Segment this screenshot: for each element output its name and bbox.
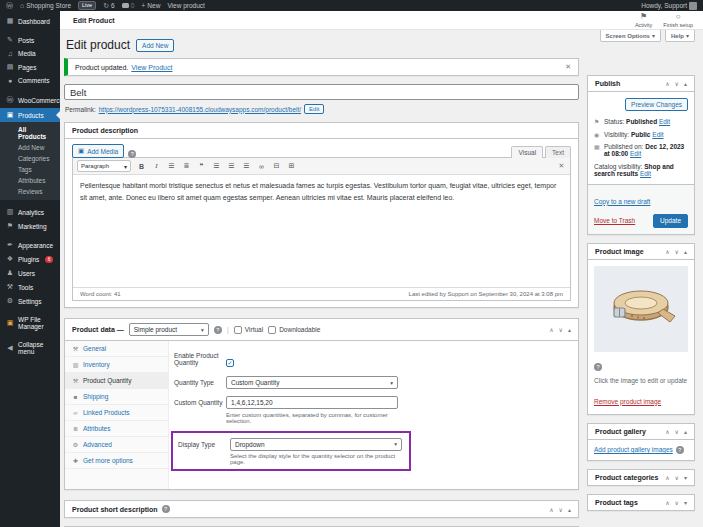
toggle-icon[interactable]: ▴ (568, 326, 571, 333)
activity-button[interactable]: ⚑ Activity (635, 12, 652, 28)
tab-shipping[interactable]: ■ Shipping (65, 389, 168, 405)
quantity-type-select[interactable]: Custom Quantity ▾ (226, 376, 398, 389)
product-image[interactable] (594, 266, 688, 352)
blockquote-icon[interactable]: ❝ (197, 162, 206, 170)
edit-catalog-link[interactable]: Edit (640, 170, 651, 177)
live-badge[interactable]: Live (78, 1, 96, 10)
submenu-all-products[interactable]: All Products (0, 124, 60, 142)
short-description-header[interactable]: Product short description ? ∧ ∨ ▴ (65, 501, 578, 517)
wordpress-logo-icon[interactable]: Ⓦ (6, 1, 13, 11)
tab-get-more-options[interactable]: ✚ Get more options (65, 453, 168, 469)
sidebar-item-products[interactable]: ▣ Products (0, 108, 60, 122)
dismiss-notice-icon[interactable]: ✕ (565, 63, 571, 71)
order-down-icon[interactable]: ∨ (675, 474, 679, 481)
sidebar-item-collapse-menu[interactable]: ◀ Collapse menu (0, 338, 60, 358)
finish-setup-button[interactable]: ○ Finish setup (663, 12, 693, 28)
updates-menu[interactable]: ↻ 6 (103, 2, 115, 10)
sidebar-item-wp-file-manager[interactable]: ▣ WP File Manager (0, 313, 60, 333)
new-menu[interactable]: + New (141, 2, 160, 9)
sidebar-item-marketing[interactable]: ⚑ Marketing (0, 219, 60, 233)
sidebar-item-users[interactable]: ♟ Users (0, 266, 60, 280)
publish-header[interactable]: Publish ∧ ∨ ▴ (588, 76, 694, 92)
sidebar-item-dashboard[interactable]: ▦ Dashboard (0, 14, 60, 28)
order-down-icon[interactable]: ∨ (675, 499, 679, 506)
edit-permalink-button[interactable]: Edit (304, 104, 324, 114)
short-description-tip-icon[interactable]: ? (162, 505, 170, 513)
help-button[interactable]: Help ▾ (665, 30, 695, 42)
sidebar-item-tools[interactable]: ⚒ Tools (0, 280, 60, 294)
toolbar-toggle-icon[interactable]: ⊞ (287, 162, 296, 170)
screen-options-button[interactable]: Screen Options ▾ (600, 30, 661, 42)
view-product-link[interactable]: View product (167, 2, 204, 9)
virtual-checkbox[interactable] (234, 326, 242, 334)
edit-visibility-link[interactable]: Edit (652, 131, 663, 138)
product-categories-header[interactable]: Product categories ∧ ∨ ▾ (588, 470, 694, 485)
align-center-icon[interactable]: ☰ (227, 162, 236, 170)
move-to-trash-link[interactable]: Move to Trash (594, 217, 635, 224)
gallery-tip-icon[interactable]: ? (676, 446, 684, 454)
sidebar-item-pages[interactable]: ▤ Pages (0, 60, 60, 74)
fullscreen-icon[interactable]: ✕ (557, 162, 566, 170)
display-type-select[interactable]: Dropdown ▾ (230, 438, 402, 451)
enable-product-quantity-checkbox[interactable]: ✓ (226, 359, 234, 367)
sidebar-item-woocommerce[interactable]: Ⓦ WooCommerce (0, 92, 60, 108)
sidebar-item-analytics[interactable]: ▥ Analytics (0, 205, 60, 219)
order-up-icon[interactable]: ∧ (549, 506, 553, 513)
order-up-icon[interactable]: ∧ (665, 474, 669, 481)
comments-menu[interactable]: 0 (122, 2, 135, 9)
howdy-menu[interactable]: Howdy, Support (641, 2, 697, 10)
submenu-categories[interactable]: Categories (0, 153, 60, 164)
submenu-reviews[interactable]: Reviews (0, 186, 60, 197)
toggle-icon[interactable]: ▴ (684, 248, 687, 255)
toggle-icon[interactable]: ▾ (684, 499, 687, 506)
align-left-icon[interactable]: ☰ (212, 162, 221, 170)
custom-quantity-input[interactable] (226, 396, 398, 409)
sidebar-item-plugins[interactable]: ❖ Plugins 6 (0, 252, 60, 266)
site-menu[interactable]: ⌂ Shopping Store (20, 2, 71, 9)
toggle-icon[interactable]: ▴ (684, 428, 687, 435)
product-gallery-header[interactable]: Product gallery ∧ ∨ ▴ (588, 424, 694, 440)
downloadable-checkbox[interactable] (268, 326, 276, 334)
sidebar-item-appearance[interactable]: ✒ Appearance (0, 238, 60, 252)
add-media-button[interactable]: ▣ Add Media (72, 144, 124, 158)
update-button[interactable]: Update (653, 214, 688, 228)
bold-button[interactable]: B (137, 163, 146, 170)
order-down-icon[interactable]: ∨ (559, 326, 563, 333)
submenu-add-new[interactable]: Add New (0, 142, 60, 153)
product-type-tip-icon[interactable]: ? (214, 326, 222, 334)
tab-advanced[interactable]: ⚙ Advanced (65, 437, 168, 453)
order-down-icon[interactable]: ∨ (675, 248, 679, 255)
add-gallery-images-link[interactable]: Add product gallery images (594, 446, 673, 453)
tab-inventory[interactable]: ▥ Inventory (65, 357, 168, 373)
product-image-tip-icon[interactable]: ? (594, 363, 602, 371)
toggle-icon[interactable]: ▾ (684, 474, 687, 481)
product-description-header[interactable]: Product description (65, 123, 578, 139)
tab-general[interactable]: ⚒ General (65, 341, 168, 357)
product-title-input[interactable] (64, 84, 579, 100)
preview-changes-button[interactable]: Preview Changes (625, 98, 688, 111)
edit-status-link[interactable]: Edit (659, 118, 670, 125)
product-tags-header[interactable]: Product tags ∧ ∨ ▾ (588, 495, 694, 510)
order-up-icon[interactable]: ∧ (665, 248, 669, 255)
submenu-attributes[interactable]: Attributes (0, 175, 60, 186)
order-up-icon[interactable]: ∧ (549, 326, 553, 333)
product-type-select[interactable]: Simple product ▾ (129, 323, 209, 336)
order-up-icon[interactable]: ∧ (665, 499, 669, 506)
paragraph-select[interactable]: Paragraph ▾ (77, 160, 131, 172)
toggle-icon[interactable]: ▴ (568, 506, 571, 513)
order-down-icon[interactable]: ∨ (675, 80, 679, 87)
edit-published-link[interactable]: Edit (630, 150, 641, 157)
tab-product-quantity[interactable]: ⚒ Product Quantity (65, 373, 168, 389)
read-more-icon[interactable]: ⊟ (272, 162, 281, 170)
tab-linked-products[interactable]: ∞ Linked Products (65, 405, 168, 421)
order-up-icon[interactable]: ∧ (665, 80, 669, 87)
align-right-icon[interactable]: ☰ (242, 162, 251, 170)
permalink-url[interactable]: https://wordpress-1075331-4008155.cloudw… (99, 106, 301, 113)
sidebar-item-settings[interactable]: ⚙ Settings (0, 294, 60, 308)
description-content[interactable]: Pellentesque habitant morbi tristique se… (73, 175, 570, 287)
link-icon[interactable]: ∞ (257, 163, 266, 170)
visual-tab[interactable]: Visual (511, 146, 543, 158)
toggle-icon[interactable]: ▴ (684, 80, 687, 87)
tab-attributes[interactable]: ≣ Attributes (65, 421, 168, 437)
add-new-button[interactable]: Add New (136, 39, 174, 52)
